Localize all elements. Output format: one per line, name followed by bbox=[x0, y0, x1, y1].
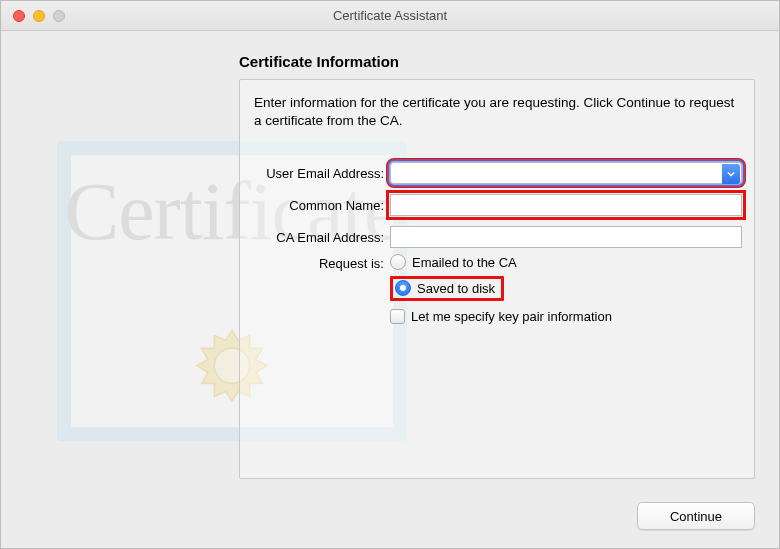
page-heading: Certificate Information bbox=[239, 53, 399, 70]
close-icon[interactable] bbox=[13, 10, 25, 22]
radio-emailed-to-ca[interactable]: Emailed to the CA bbox=[390, 254, 517, 270]
radio-saved-to-disk[interactable]: Saved to disk bbox=[395, 280, 495, 296]
window-controls bbox=[13, 10, 65, 22]
keypair-checkbox-label: Let me specify key pair information bbox=[411, 309, 612, 324]
common-name-field-highlight bbox=[390, 194, 742, 216]
chevron-down-icon[interactable] bbox=[722, 164, 740, 184]
checkbox-icon bbox=[390, 309, 405, 324]
user-email-combobox[interactable] bbox=[390, 162, 742, 184]
radio-saved-highlight: Saved to disk bbox=[390, 276, 504, 301]
radio-saved-label: Saved to disk bbox=[417, 281, 495, 296]
common-name-label: Common Name: bbox=[240, 198, 390, 213]
form-panel: Enter information for the certificate yo… bbox=[239, 79, 755, 479]
request-is-label: Request is: bbox=[240, 254, 390, 271]
common-name-input[interactable] bbox=[390, 194, 742, 216]
minimize-icon[interactable] bbox=[33, 10, 45, 22]
titlebar: Certificate Assistant bbox=[1, 1, 779, 31]
form: User Email Address: Common Name: bbox=[240, 158, 742, 326]
ca-email-input[interactable] bbox=[390, 226, 742, 248]
continue-button[interactable]: Continue bbox=[637, 502, 755, 530]
radio-icon bbox=[395, 280, 411, 296]
content-area: Certificate Certificate Information Ente… bbox=[1, 31, 779, 548]
ca-email-label: CA Email Address: bbox=[240, 230, 390, 245]
radio-icon bbox=[390, 254, 406, 270]
user-email-field-highlight bbox=[390, 162, 742, 184]
window-title: Certificate Assistant bbox=[1, 8, 779, 23]
user-email-label: User Email Address: bbox=[240, 166, 390, 181]
keypair-checkbox-row[interactable]: Let me specify key pair information bbox=[390, 309, 612, 324]
radio-emailed-label: Emailed to the CA bbox=[412, 255, 517, 270]
instruction-text: Enter information for the certificate yo… bbox=[254, 94, 740, 130]
maximize-icon bbox=[53, 10, 65, 22]
window: Certificate Assistant Certificate Certif… bbox=[0, 0, 780, 549]
